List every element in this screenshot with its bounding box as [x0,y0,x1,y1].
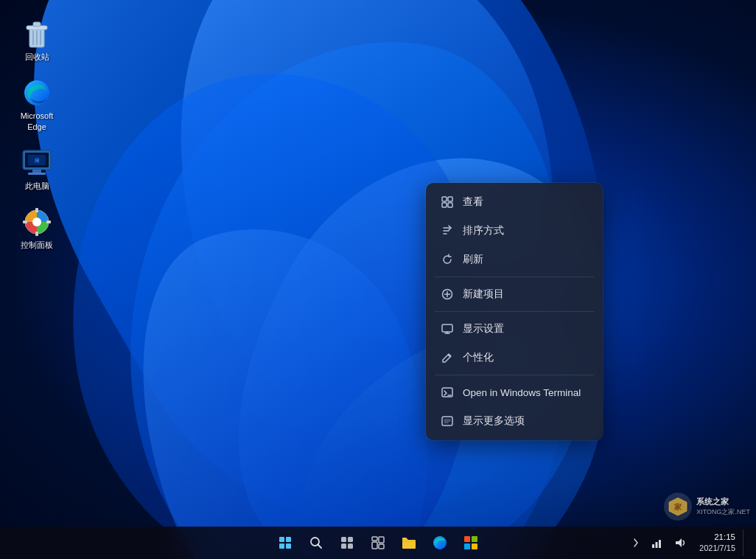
menu-item-display[interactable]: 显示设置 [429,315,600,343]
menu-item-terminal[interactable]: Open in Windows Terminal [429,378,600,406]
taskbar-edge-button[interactable] [427,530,453,556]
recycle-bin-icon[interactable]: 回收站 [7,15,66,66]
volume-icon-button[interactable] [670,530,690,556]
svg-rect-52 [464,536,470,542]
taskbar-date: 2021/7/15 [699,543,735,554]
svg-rect-53 [472,536,477,542]
svg-rect-58 [659,540,661,548]
svg-rect-22 [448,203,452,207]
start-button[interactable] [272,530,298,556]
search-icon [309,536,323,549]
svg-line-42 [318,545,322,549]
watermark-logo: 家 [664,493,692,521]
menu-item-sort-label: 排序方式 [463,224,504,237]
svg-rect-46 [348,544,353,549]
more-icon [441,414,454,428]
tray-icons [629,530,690,556]
menu-item-view[interactable]: 查看 [429,188,600,216]
file-explorer-button[interactable] [396,530,422,556]
svg-rect-9 [32,170,41,173]
menu-item-refresh[interactable]: 刷新 [429,246,600,274]
menu-item-personalize-label: 个性化 [463,351,494,364]
recycle-bin-svg [23,18,51,49]
svg-rect-21 [442,203,447,207]
clock-area[interactable]: 21:15 2021/7/15 [699,531,735,554]
svg-rect-50 [379,544,384,549]
svg-rect-19 [442,197,447,201]
taskbar-right: 21:15 2021/7/15 [629,530,747,556]
display-icon [441,322,454,336]
svg-rect-44 [348,537,353,542]
menu-divider-2 [435,311,594,312]
volume-icon [674,537,686,549]
menu-item-new[interactable]: 新建项目 [429,280,600,308]
task-view-button[interactable] [334,530,360,556]
menu-item-view-label: 查看 [463,195,483,209]
desktop-icons: 回收站 Microsoft Edge [7,15,66,254]
taskbar: 21:15 2021/7/15 [0,527,756,559]
svg-rect-18 [46,221,51,223]
pen-icon [441,351,454,364]
this-pc-icon[interactable]: ⊞ 此电脑 [7,144,66,195]
this-pc-svg: ⊞ [22,150,52,176]
edge-label: Microsoft Edge [10,111,63,132]
widgets-icon [371,536,385,549]
menu-item-more[interactable]: 显示更多选项 [429,407,600,435]
folder-icon [402,536,416,549]
menu-divider-3 [435,375,594,375]
svg-rect-43 [341,537,346,542]
grid-icon [441,195,454,209]
menu-item-display-label: 显示设置 [463,322,504,336]
edge-image [22,78,52,108]
control-panel-icon[interactable]: 控制面板 [7,203,66,254]
widgets-button[interactable] [365,530,391,556]
watermark-sub-text: XITONG之家.NET [696,507,750,517]
svg-rect-20 [448,197,452,201]
svg-point-14 [32,218,41,226]
svg-rect-49 [372,542,377,549]
menu-item-personalize[interactable]: 个性化 [429,344,600,372]
show-hidden-icons-button[interactable] [629,530,643,556]
edge-icon[interactable]: Microsoft Edge [7,74,66,136]
svg-rect-2 [33,22,41,27]
svg-rect-55 [472,544,477,549]
store-button[interactable] [458,530,484,556]
svg-rect-16 [35,232,38,236]
network-icon-button[interactable] [646,530,667,556]
menu-item-terminal-label: Open in Windows Terminal [463,387,581,398]
caret-icon [632,538,640,548]
svg-text:家: 家 [674,503,682,511]
watermark-text-block: 系统之家 XITONG之家.NET [696,496,750,517]
watermark-main-text: 系统之家 [696,496,750,507]
svg-marker-59 [676,538,682,547]
control-panel-label: 控制面板 [21,240,53,250]
show-desktop-button[interactable] [743,530,747,556]
refresh-icon [441,253,454,266]
svg-rect-17 [23,221,27,223]
store-icon [463,535,478,550]
desktop [0,0,756,559]
this-pc-image: ⊞ [22,148,52,178]
taskbar-edge-icon [433,535,447,550]
svg-rect-29 [442,324,452,332]
svg-rect-54 [464,544,470,549]
cpanel-svg [23,208,51,236]
recycle-bin-label: 回收站 [25,52,49,62]
menu-item-sort[interactable]: 排序方式 [429,217,600,245]
svg-text:⊞: ⊞ [35,157,40,164]
menu-item-refresh-label: 刷新 [463,253,483,266]
svg-rect-48 [379,537,384,543]
task-view-icon [340,536,354,549]
svg-rect-57 [656,542,658,548]
menu-item-new-label: 新建项目 [463,288,504,301]
svg-rect-47 [372,537,377,541]
menu-item-more-label: 显示更多选项 [463,414,525,428]
svg-rect-56 [652,544,654,548]
menu-divider-1 [435,277,594,277]
terminal-icon [441,386,454,399]
network-icon [651,537,662,549]
recycle-bin-image [22,19,52,49]
taskbar-time: 21:15 [714,531,735,543]
watermark: 家 系统之家 XITONG之家.NET [664,493,750,521]
search-button[interactable] [303,530,329,556]
